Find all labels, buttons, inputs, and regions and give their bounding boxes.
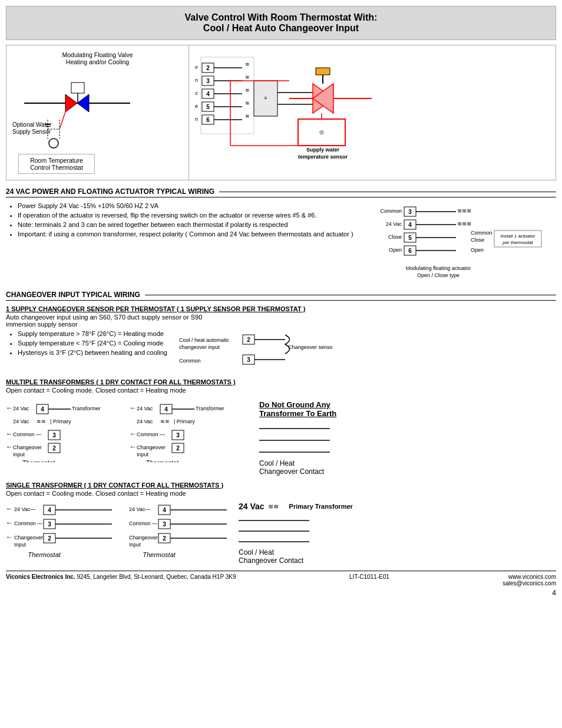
svg-text:Thermostat: Thermostat bbox=[22, 459, 55, 462]
svg-text:3: 3 bbox=[163, 521, 166, 528]
svg-text:Common: Common bbox=[195, 77, 198, 83]
changeover-section-header: CHANGEOVER INPUT TYPICAL WIRING bbox=[6, 291, 556, 301]
svg-text:←: ← bbox=[6, 404, 13, 412]
sub2-title: MULTIPLE TRANSFORMERS ( 1 DRY CONTACT FO… bbox=[6, 378, 556, 386]
svg-text:4: 4 bbox=[163, 507, 166, 513]
svg-text:←: ← bbox=[130, 443, 137, 451]
svg-text:24 Vac—: 24 Vac— bbox=[14, 506, 35, 512]
sub1-bullet-3: Hysterisys is 3°F (2°C) between heating … bbox=[18, 349, 167, 356]
svg-text:24 Vac: 24 Vac bbox=[13, 419, 29, 424]
svg-text:≋≋: ≋≋ bbox=[160, 419, 170, 424]
svg-text:4: 4 bbox=[206, 91, 210, 97]
vac-wiring-row: Power Supply 24 Vac -15% +10% 50/60 HZ 2… bbox=[6, 202, 556, 286]
vac-bullet-2: If operation of the actuator is reversed… bbox=[18, 212, 373, 219]
vac-bullet-1: Power Supply 24 Vac -15% +10% 50/60 HZ 2… bbox=[18, 202, 373, 209]
svg-text:2: 2 bbox=[52, 445, 56, 452]
sub1-desc2: immersion supply sensor bbox=[6, 321, 556, 328]
svg-text:3: 3 bbox=[408, 209, 412, 215]
svg-rect-3 bbox=[71, 83, 84, 93]
svg-text:24 Vac: 24 Vac bbox=[137, 406, 153, 411]
multi-xfmr-left: ← 24 Vac 4 Transformer 24 Vac ≋≋ | Prima… bbox=[6, 397, 124, 463]
svg-text:Changeover: Changeover bbox=[13, 444, 42, 450]
svg-text:Input: Input bbox=[129, 542, 141, 548]
single-changeover-contact-label: Cool / Heat Changeover Contact bbox=[239, 548, 353, 565]
vac-bullet-4: Important: if using a common transformer… bbox=[18, 230, 373, 238]
svg-text:Changeover: Changeover bbox=[14, 535, 43, 541]
svg-text:4: 4 bbox=[408, 222, 412, 228]
svg-text:≋: ≋ bbox=[245, 113, 250, 119]
svg-text:←: ← bbox=[6, 430, 13, 438]
single-xfmr-left-svg: ← 24 Vac— 4 ← Common — 3 ← Changeover In… bbox=[6, 500, 115, 559]
svg-text:≋≋≋: ≋≋≋ bbox=[457, 207, 471, 214]
footer-right: www.viconics.com sales@viconics.com bbox=[503, 574, 556, 587]
thermostat-box: Room Temperature Control Thermostat bbox=[18, 154, 95, 174]
svg-marker-1 bbox=[65, 94, 77, 112]
svg-text:2: 2 bbox=[206, 65, 210, 71]
svg-text:2: 2 bbox=[176, 445, 180, 452]
svg-text:Common —: Common — bbox=[137, 431, 165, 437]
sub1-desc1: Auto changeover input using an S60, S70 … bbox=[6, 314, 556, 321]
svg-text:◎: ◎ bbox=[319, 129, 324, 135]
email: sales@viconics.com bbox=[503, 580, 556, 587]
page-title: Valve Control With Room Thermostat With:… bbox=[12, 12, 550, 34]
svg-text:Supply water: Supply water bbox=[306, 147, 340, 153]
svg-text:Thermostat: Thermostat bbox=[146, 459, 179, 462]
sub1-content: Supply temperature > 78°F (26°C) = Heati… bbox=[6, 330, 556, 373]
changeover-sub3: SINGLE TRANSFORMER ( 1 DRY CONTACT FOR A… bbox=[6, 482, 556, 565]
svg-text:2: 2 bbox=[163, 535, 166, 542]
svg-text:Changeover: Changeover bbox=[129, 535, 158, 541]
svg-text:Close: Close bbox=[195, 103, 198, 109]
sub2-desc: Open contact = Cooling mode. Closed cont… bbox=[6, 387, 556, 394]
svg-text:Cool / heat automatic: Cool / heat automatic bbox=[179, 337, 230, 343]
svg-text:changeover input: changeover input bbox=[179, 344, 220, 350]
svg-text:Common —: Common — bbox=[129, 521, 157, 526]
svg-text:4: 4 bbox=[164, 406, 168, 413]
svg-text:Close: Close bbox=[388, 234, 402, 240]
sub1-bullet-list: Supply temperature > 78°F (26°C) = Heati… bbox=[6, 330, 167, 356]
sub1-diagram: Cool / heat automatic changeover input 2… bbox=[179, 330, 332, 373]
website: www.viconics.com bbox=[503, 574, 556, 580]
svg-text:Close: Close bbox=[471, 237, 484, 243]
svg-text:24 Vac: 24 Vac bbox=[386, 221, 402, 227]
sub1-bullet-2: Supply temperature < 75°F (24°C) = Cooli… bbox=[18, 340, 167, 347]
svg-text:Common: Common bbox=[471, 230, 492, 236]
right-diagram-panel: C/over 2 Common 3 24 Vac 4 Close 5 bbox=[189, 45, 556, 180]
company-address: 9245, Langelier Blvd, St-Leonard, Quebec… bbox=[77, 574, 236, 580]
svg-text:Thermostat: Thermostat bbox=[28, 551, 61, 558]
svg-text:Open: Open bbox=[389, 247, 402, 253]
svg-text:24 Vac: 24 Vac bbox=[13, 406, 29, 411]
top-diagram: Modulating Floating Valve Heating and/or… bbox=[6, 45, 556, 180]
sub1-title: 1 SUPPLY CHANGEOVER SENSOR PER THERMOSTA… bbox=[6, 305, 556, 312]
valve-diagram-svg: Optional Water Supply Sensor bbox=[12, 68, 171, 150]
single-xfmr-right: 24 Vac— 4 Common — 3 Changeover Input 2 … bbox=[121, 500, 230, 561]
svg-text:←: ← bbox=[6, 533, 13, 541]
multi-xfmr-note: Do Not Ground Any Transformer To Earth C… bbox=[259, 400, 353, 476]
svg-text:3: 3 bbox=[176, 432, 180, 439]
multi-xfmr-area: ← 24 Vac 4 Transformer 24 Vac ≋≋ | Prima… bbox=[6, 397, 556, 476]
vac-section-header: 24 VAC POWER AND FLOATING ACTUATOR TYPIC… bbox=[6, 187, 556, 197]
svg-text:3: 3 bbox=[48, 521, 51, 528]
primary-xfmr-row: 24 Vac ≋≋ Primary Transformer bbox=[239, 500, 353, 512]
svg-text:Common: Common bbox=[380, 208, 402, 214]
footer: Viconics Electronics Inc. 9245, Langelie… bbox=[6, 571, 556, 587]
sub3-title: SINGLE TRANSFORMER ( 1 DRY CONTACT FOR A… bbox=[6, 482, 556, 489]
svg-text:5: 5 bbox=[206, 104, 210, 110]
svg-text:Input: Input bbox=[14, 542, 27, 548]
svg-text:Transformer: Transformer bbox=[72, 406, 101, 411]
cool-heat-changeover-contact-label: Cool / HeatChangeover Contact bbox=[259, 459, 353, 476]
single-xfmr-area: ← 24 Vac— 4 ← Common — 3 ← Changeover In… bbox=[6, 500, 556, 565]
svg-text:←: ← bbox=[6, 505, 13, 513]
svg-text:5: 5 bbox=[408, 235, 412, 241]
svg-text:←: ← bbox=[130, 404, 137, 412]
svg-text:Modulating floating actuator: Modulating floating actuator bbox=[406, 265, 471, 271]
svg-text:Input: Input bbox=[13, 452, 25, 457]
do-not-ground-note: Do Not Ground Any Transformer To Earth bbox=[259, 400, 353, 418]
vac-diagram-svg: Common 3 ≋≋≋ 24 Vac 4 ≋≋≋ Close 5 Common… bbox=[379, 202, 544, 285]
svg-text:24 Vac: 24 Vac bbox=[137, 419, 153, 424]
doc-number: LIT-C1011-E01 bbox=[349, 574, 389, 580]
svg-text:Changeover: Changeover bbox=[137, 444, 166, 450]
svg-text:24 Vac—: 24 Vac— bbox=[129, 506, 150, 512]
svg-text:2: 2 bbox=[247, 337, 250, 343]
svg-text:≋≋: ≋≋ bbox=[37, 419, 46, 424]
left-diagram-panel: Modulating Floating Valve Heating and/or… bbox=[6, 45, 189, 180]
